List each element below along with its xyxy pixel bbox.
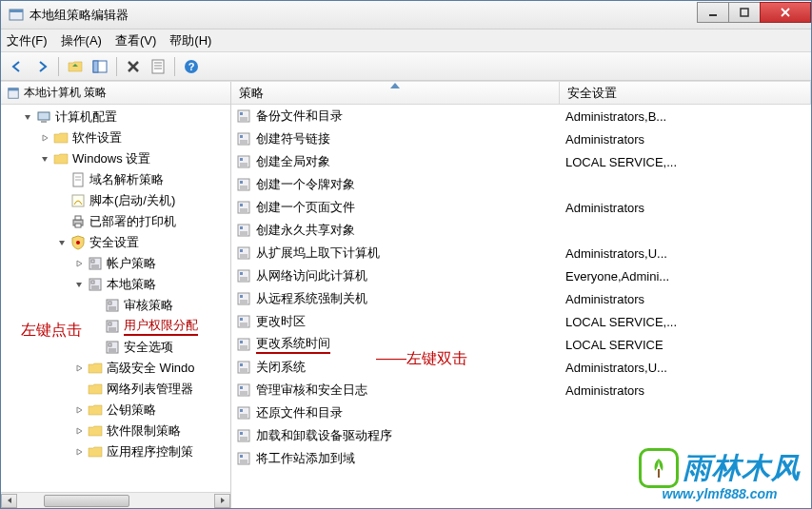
tree-node[interactable]: 脚本(启动/关机) (1, 190, 230, 211)
expander-icon[interactable] (39, 153, 51, 166)
properties-button[interactable] (148, 56, 168, 77)
expander-icon[interactable] (73, 362, 86, 375)
expander-icon[interactable] (39, 132, 51, 145)
policy-name: 创建一个令牌对象 (256, 176, 355, 193)
list-row[interactable]: 还原文件和目录 (231, 401, 811, 424)
help-button[interactable]: ? (181, 56, 202, 77)
svg-rect-61 (240, 181, 243, 184)
list-row[interactable]: 从网络访问此计算机Everyone,Admini... (231, 264, 811, 287)
svg-rect-65 (240, 204, 243, 206)
show-hide-console-button[interactable] (89, 56, 110, 77)
forward-button[interactable] (31, 56, 52, 77)
scroll-thumb[interactable] (44, 495, 129, 507)
tree-node-label: 网络列表管理器 (107, 381, 193, 398)
policy-item-icon (237, 224, 250, 237)
up-button[interactable] (65, 56, 86, 77)
toolbar-separator (116, 57, 117, 76)
policy-name: 创建永久共享对象 (256, 222, 355, 239)
tree-node[interactable]: 网络列表管理器 (1, 379, 230, 400)
tree-node[interactable]: 安全选项 (1, 337, 230, 358)
maximize-button[interactable] (728, 2, 761, 23)
tree-body[interactable]: 计算机配置软件设置Windows 设置域名解析策略脚本(启动/关机)已部署的打印… (1, 105, 230, 492)
svg-rect-109 (240, 455, 243, 458)
menu-view[interactable]: 查看(V) (115, 32, 156, 49)
policy-name: 将工作站添加到域 (256, 450, 355, 467)
list-row[interactable]: 备份文件和目录Administrators,B... (231, 105, 811, 127)
tree-header[interactable]: 本地计算机 策略 (1, 82, 230, 105)
expander-icon[interactable] (73, 404, 86, 417)
policy-item-icon (237, 269, 250, 283)
tree-node[interactable]: 帐户策略 (1, 253, 230, 274)
tree-node-label: 安全选项 (124, 339, 173, 356)
scroll-left-arrow[interactable] (1, 494, 17, 508)
security-setting: Administrators (560, 132, 811, 147)
scroll-right-arrow[interactable] (214, 494, 230, 508)
list-row[interactable]: 创建一个页面文件Administrators (231, 196, 811, 219)
list-row[interactable]: 创建一个令牌对象 (231, 173, 811, 196)
window-buttons (698, 2, 811, 23)
expander-icon[interactable] (73, 425, 86, 438)
tree-node-label: 脚本(启动/关机) (89, 192, 175, 209)
column-header-policy[interactable]: 策略 (231, 82, 560, 104)
tree-node-label: 域名解析策略 (89, 171, 164, 188)
expander-icon (56, 195, 69, 207)
tree-node[interactable]: 高级安全 Windo (1, 358, 230, 379)
expander-icon[interactable] (73, 279, 86, 291)
titlebar: 本地组策略编辑器 (1, 1, 811, 29)
tree-node[interactable]: 审核策略 (1, 295, 230, 316)
tree-horizontal-scrollbar[interactable] (1, 492, 230, 508)
tree-node-label: Windows 设置 (72, 150, 150, 167)
tree-node[interactable]: 域名解析策略 (1, 169, 230, 190)
menu-file[interactable]: 文件(F) (7, 32, 48, 49)
delete-button[interactable] (123, 56, 144, 77)
tree-node[interactable]: Windows 设置 (1, 148, 230, 169)
menu-action[interactable]: 操作(A) (61, 32, 102, 49)
svg-rect-77 (240, 272, 243, 275)
tree-node[interactable]: 安全设置 (1, 232, 230, 253)
tree-node[interactable]: 应用程序控制策 (1, 441, 230, 462)
expander-icon[interactable] (73, 258, 86, 270)
close-button[interactable] (760, 2, 811, 23)
tree-node-label: 软件设置 (72, 129, 122, 147)
tree-node[interactable]: 公钥策略 (1, 400, 230, 421)
doc-icon (70, 172, 86, 187)
folder-icon (53, 130, 69, 146)
list-row[interactable]: 关闭系统Administrators,U... (231, 356, 811, 379)
expander-icon[interactable] (22, 111, 34, 124)
svg-rect-25 (75, 216, 81, 220)
back-button[interactable] (7, 56, 28, 77)
list-row[interactable]: 创建符号链接Administrators (231, 127, 811, 150)
minimize-button[interactable] (697, 2, 729, 23)
menu-help[interactable]: 帮助(H) (169, 32, 211, 49)
app-icon (9, 8, 24, 23)
column-policy-label: 策略 (239, 85, 264, 102)
tree-node[interactable]: 计算机配置 (1, 107, 230, 127)
computer-icon (36, 109, 51, 125)
tree-node[interactable]: 用户权限分配 (1, 316, 230, 337)
list-row[interactable]: 加载和卸载设备驱动程序 (231, 424, 811, 447)
tree-node[interactable]: 软件设置 (1, 127, 230, 148)
folder-icon (88, 444, 103, 460)
column-header-security[interactable]: 安全设置 (560, 82, 811, 104)
list-row[interactable]: 更改系统时间LOCAL SERVICE (231, 333, 811, 356)
list-row[interactable]: 创建全局对象LOCAL SERVICE,... (231, 150, 811, 173)
folder-icon (88, 361, 103, 376)
column-security-label: 安全设置 (567, 85, 617, 102)
svg-rect-1 (10, 10, 23, 12)
list-row[interactable]: 更改时区LOCAL SERVICE,... (231, 310, 811, 333)
tree-node[interactable]: 已部署的打印机 (1, 211, 230, 232)
list-row[interactable]: 从扩展坞上取下计算机Administrators,U... (231, 242, 811, 264)
expander-icon[interactable] (73, 446, 86, 459)
security-setting: Administrators,U... (560, 361, 811, 375)
tree-node[interactable]: 软件限制策略 (1, 421, 230, 441)
list-row[interactable]: 管理审核和安全日志Administrators (231, 379, 811, 401)
policy-name: 创建一个页面文件 (256, 199, 355, 216)
tree-node-label: 软件限制策略 (107, 422, 181, 440)
policy-name: 更改时区 (256, 313, 306, 330)
svg-rect-19 (41, 121, 47, 123)
folder-icon (88, 402, 103, 418)
expander-icon[interactable] (56, 237, 69, 249)
list-row[interactable]: 从远程系统强制关机Administrators (231, 287, 811, 310)
list-row[interactable]: 创建永久共享对象 (231, 219, 811, 242)
tree-node[interactable]: 本地策略 (1, 274, 230, 295)
